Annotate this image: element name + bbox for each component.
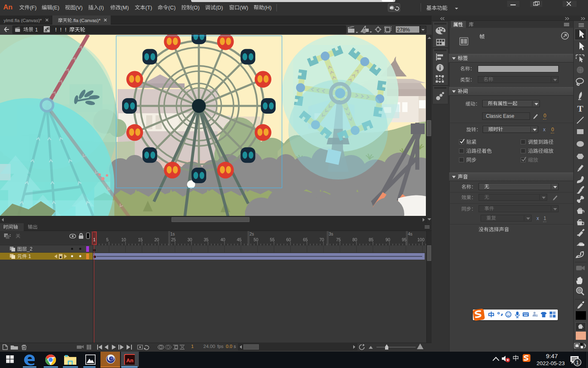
svg-text:!: ! bbox=[65, 27, 67, 33]
svg-text:An: An bbox=[3, 3, 13, 11]
svg-text:(W): (W) bbox=[240, 4, 248, 11]
svg-text:(O): (O) bbox=[192, 4, 200, 11]
svg-text:(F): (F) bbox=[30, 4, 37, 11]
svg-text:2022-05-23: 2022-05-23 bbox=[537, 360, 565, 366]
svg-text:(D): (D) bbox=[216, 4, 223, 11]
svg-text:1: 1 bbox=[543, 215, 546, 221]
svg-text:(E): (E) bbox=[52, 4, 59, 11]
svg-text:1: 1 bbox=[35, 27, 38, 33]
svg-text:x: x bbox=[537, 215, 539, 221]
svg-text:ylmtl.fla (Canvas)*: ylmtl.fla (Canvas)* bbox=[4, 18, 42, 23]
svg-text:!: ! bbox=[60, 27, 62, 33]
svg-text:T: T bbox=[577, 103, 584, 114]
svg-text:(I): (I) bbox=[99, 4, 104, 11]
svg-text:278%: 278% bbox=[397, 27, 410, 33]
svg-text:1: 1 bbox=[576, 360, 579, 366]
svg-text:1: 1 bbox=[93, 237, 96, 242]
svg-text:(H): (H) bbox=[264, 4, 272, 11]
svg-text:(M): (M) bbox=[121, 4, 129, 11]
svg-text:!: ! bbox=[55, 27, 57, 33]
svg-text:0.0: 0.0 bbox=[226, 344, 232, 349]
svg-text:(V): (V) bbox=[76, 4, 82, 11]
svg-text:0: 0 bbox=[543, 113, 546, 119]
svg-text:An: An bbox=[126, 357, 133, 364]
svg-text:.fla (Canvas)*: .fla (Canvas)* bbox=[72, 18, 101, 23]
svg-text:0: 0 bbox=[551, 127, 554, 132]
svg-text:Classic Ease: Classic Ease bbox=[486, 113, 514, 119]
svg-text:1: 1 bbox=[27, 254, 31, 259]
svg-text:s: s bbox=[234, 344, 236, 349]
svg-text:_2: _2 bbox=[27, 246, 33, 252]
svg-text:9:47: 9:47 bbox=[546, 352, 558, 359]
svg-text:x: x bbox=[543, 127, 546, 132]
svg-text:(C): (C) bbox=[168, 4, 176, 11]
svg-text:24.00: 24.00 bbox=[203, 344, 215, 349]
svg-text:(T): (T) bbox=[145, 4, 152, 11]
svg-text:1: 1 bbox=[191, 344, 194, 349]
svg-text:fps: fps bbox=[217, 344, 224, 349]
